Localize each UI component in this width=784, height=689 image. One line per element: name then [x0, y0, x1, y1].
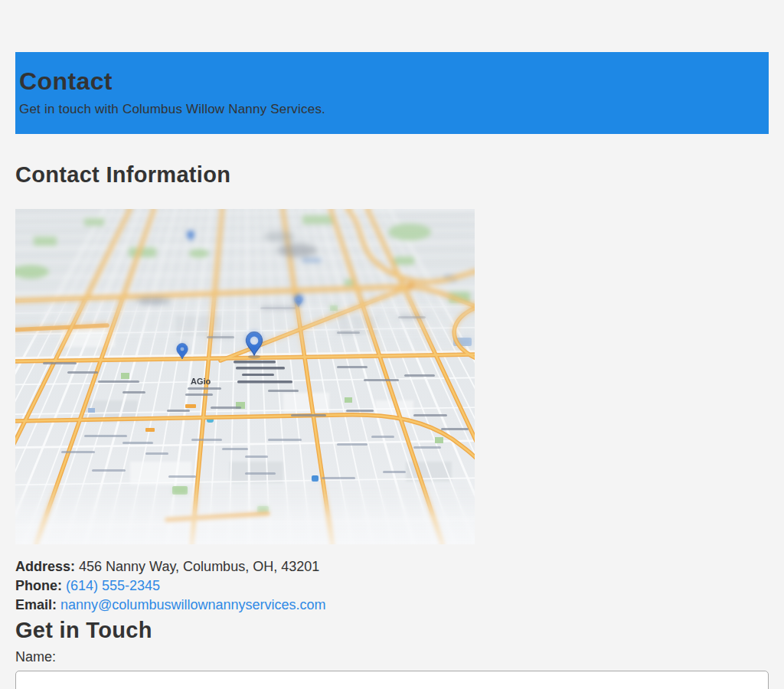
map-graphic: AGio [15, 209, 475, 544]
address-row: Address: 456 Nanny Way, Columbus, OH, 43… [15, 557, 769, 576]
name-label: Name: [15, 648, 769, 665]
email-label: Email: [15, 597, 57, 612]
email-row: Email: nanny@columbuswillownannyservices… [15, 596, 769, 615]
get-in-touch-heading: Get in Touch [15, 618, 769, 643]
phone-link[interactable]: (614) 555-2345 [66, 578, 160, 593]
name-input[interactable] [15, 671, 769, 689]
map-image: AGio [15, 209, 475, 544]
page-container: Contact Get in touch with Columbus Willo… [15, 0, 769, 689]
page-title: Contact [19, 67, 765, 96]
contact-details: Address: 456 Nanny Way, Columbus, OH, 43… [15, 557, 769, 616]
map-label: AGio [191, 377, 211, 386]
contact-information-heading: Contact Information [15, 162, 769, 188]
email-link[interactable]: nanny@columbuswillownannyservices.com [60, 597, 325, 612]
address-label: Address: [15, 559, 75, 574]
hero-banner: Contact Get in touch with Columbus Willo… [15, 52, 769, 134]
address-value: 456 Nanny Way, Columbus, OH, 43201 [79, 559, 319, 574]
phone-label: Phone: [15, 578, 62, 593]
page-subtitle: Get in touch with Columbus Willow Nanny … [19, 102, 765, 117]
phone-row: Phone: (614) 555-2345 [15, 576, 769, 596]
